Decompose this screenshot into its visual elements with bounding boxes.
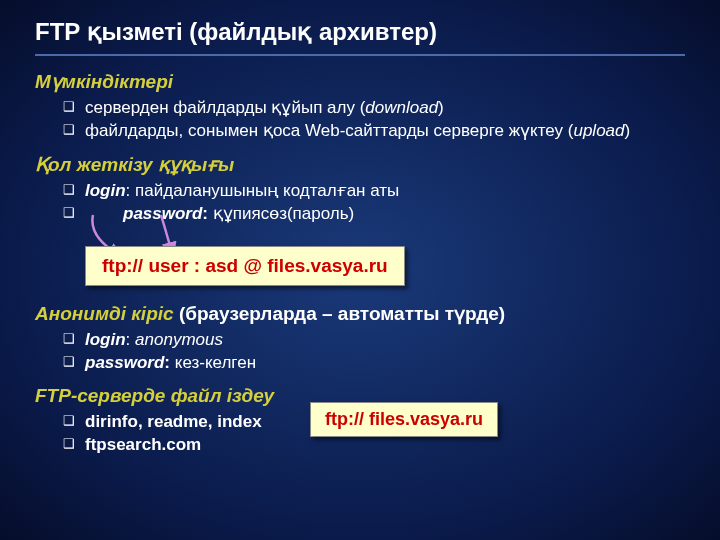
access-list: login: пайдаланушының кодталған аты pass… xyxy=(35,180,685,226)
list-item: файлдарды, сонымен қоса Web-сайттарды се… xyxy=(63,120,685,143)
text-italic: download xyxy=(365,98,438,117)
anonymous-section: Анонимді кіріс (браузерларда – автоматты… xyxy=(35,302,685,375)
access-heading: Қол жеткізу құқығы xyxy=(35,153,685,176)
text: кез-келген xyxy=(170,353,256,372)
search-list: dirinfo, readme, index ftpsearch.com xyxy=(35,411,685,457)
list-item: ftpsearch.com xyxy=(63,434,685,457)
text: ) xyxy=(438,98,444,117)
access-section: Қол жеткізу құқығы login: пайдаланушының… xyxy=(35,153,685,226)
search-section: FTP-серверде файл іздеу dirinfo, readme,… xyxy=(35,385,685,457)
text: құпиясөз(пароль) xyxy=(208,204,354,223)
heading-italic: Анонимді кіріс xyxy=(35,303,174,324)
text: ) xyxy=(625,121,631,140)
text-bold: ftpsearch.com xyxy=(85,435,201,454)
text-bold: dirinfo, readme, index xyxy=(85,412,262,431)
ftp-url-example-box: ftp:// user : asd @ files.vasya.ru xyxy=(85,246,405,286)
text: серверден файлдарды құйып алу ( xyxy=(85,98,365,117)
text-bold-italic: password xyxy=(123,204,202,223)
list-item: login: anonymous xyxy=(63,329,685,352)
anonymous-list: login: anonymous password: кез-келген xyxy=(35,329,685,375)
list-item: password: құпиясөз(пароль) xyxy=(63,203,685,226)
capabilities-list: серверден файлдарды құйып алу (download)… xyxy=(35,97,685,143)
anonymous-heading: Анонимді кіріс (браузерларда – автоматты… xyxy=(35,302,685,325)
text-italic: anonymous xyxy=(135,330,223,349)
list-item: login: пайдаланушының кодталған аты xyxy=(63,180,685,203)
list-item: dirinfo, readme, index xyxy=(63,411,685,434)
list-item: серверден файлдарды құйып алу (download) xyxy=(63,97,685,120)
capabilities-section: Мүмкіндіктері серверден файлдарды құйып … xyxy=(35,70,685,143)
text: файлдарды, сонымен қоса Web-сайттарды се… xyxy=(85,121,573,140)
text-italic: upload xyxy=(573,121,624,140)
list-item: password: кез-келген xyxy=(63,352,685,375)
search-heading: FTP-серверде файл іздеу xyxy=(35,385,685,407)
text-bold-italic: login xyxy=(85,181,126,200)
capabilities-heading: Мүмкіндіктері xyxy=(35,70,685,93)
text: : xyxy=(126,330,135,349)
slide-title: FTP қызметі (файлдық архивтер) xyxy=(35,18,685,56)
heading-rest: (браузерларда – автоматты түрде) xyxy=(174,303,506,324)
text-bold-italic: password xyxy=(85,353,164,372)
text: : пайдаланушының кодталған аты xyxy=(126,181,400,200)
text-bold-italic: login xyxy=(85,330,126,349)
